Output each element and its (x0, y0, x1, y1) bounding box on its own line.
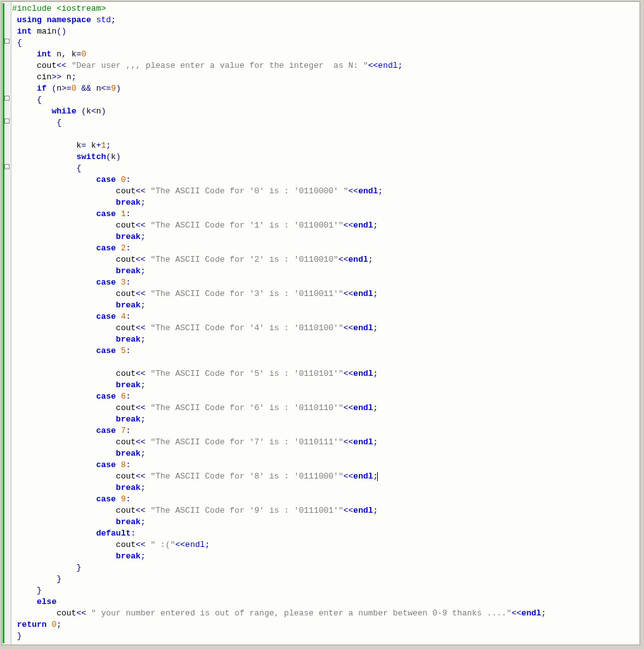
code-line: break; (12, 198, 146, 207)
code-line: int n, k=0 (12, 49, 86, 59)
code-line: } (12, 586, 42, 595)
code-line: break; (12, 380, 146, 390)
code-line: case 8: (12, 460, 131, 470)
code-line: cout<< "The ASCII Code for '5' is : '011… (12, 369, 378, 378)
code-line: case 3: (12, 278, 131, 287)
code-line: break; (12, 483, 146, 492)
code-line: case 1: (12, 209, 131, 219)
code-line: cout<< "The ASCII Code for '6' is : '011… (12, 403, 378, 413)
code-area[interactable]: #include <iostream> using namespace std;… (11, 3, 640, 642)
code-line: else (12, 597, 56, 607)
fold-icon[interactable] (4, 164, 10, 169)
code-line: break; (12, 414, 146, 424)
code-line: k= k+1; (12, 141, 111, 150)
code-line: cout<< " :("<<endl; (12, 540, 210, 549)
code-line: { (12, 118, 61, 127)
text-cursor (377, 472, 378, 481)
code-line: case 9: (12, 494, 131, 504)
code-line: case 5: (12, 346, 131, 356)
code-line: default: (12, 529, 136, 538)
code-line: case 0: (12, 175, 131, 184)
fold-icon[interactable] (4, 39, 10, 44)
code-line: cout<< "The ASCII Code for '3' is : '011… (12, 289, 378, 299)
code-line: cout<< " your number entered is out of r… (12, 608, 546, 618)
code-line: switch(k) (12, 152, 121, 162)
fold-gutter (2, 2, 11, 645)
code-line: break; (12, 232, 146, 241)
code-line: case 7: (12, 426, 131, 435)
code-line: cin>> n; (12, 72, 76, 82)
code-line: cout<< "The ASCII Code for '4' is : '011… (12, 323, 378, 333)
code-line: { (12, 38, 22, 48)
code-line: #include <iostream> (12, 4, 106, 13)
code-line: using namespace std; (12, 15, 116, 25)
code-line: cout<< "Dear user ,,, please enter a val… (12, 61, 402, 70)
code-line (12, 129, 17, 139)
fold-icon[interactable] (4, 96, 10, 101)
code-line: while (k<n) (12, 106, 106, 116)
code-line: cout<< "The ASCII Code for '8' is : '011… (12, 472, 378, 481)
code-line: } (12, 563, 81, 572)
code-line: cout<< "The ASCII Code for '1' is : '011… (12, 221, 378, 230)
code-line: cout<< "The ASCII Code for '9' is : '011… (12, 506, 378, 515)
code-line: break; (12, 551, 146, 561)
code-line: break; (12, 335, 146, 344)
code-line: cout<< "The ASCII Code for '0' is : '011… (12, 186, 383, 196)
code-line: if (n>=0 && n<=9) (12, 84, 121, 93)
code-line: break; (12, 449, 146, 458)
code-line: } (12, 574, 61, 584)
code-line: case 6: (12, 392, 131, 401)
code-line: break; (12, 266, 146, 276)
code-editor[interactable]: #include <iostream> using namespace std;… (1, 1, 640, 645)
code-line: cout<< "The ASCII Code for '2' is : '011… (12, 255, 373, 264)
code-line: break; (12, 517, 146, 527)
fold-icon[interactable] (4, 119, 10, 124)
code-line: case 2: (12, 243, 131, 253)
code-line: case 4: (12, 312, 131, 321)
code-line: return 0; (12, 620, 61, 629)
code-line: int main() (12, 27, 67, 36)
code-line: break; (12, 300, 146, 310)
code-line (12, 357, 17, 367)
code-line: { (12, 95, 42, 105)
code-line: cout<< "The ASCII Code for '7' is : '011… (12, 437, 378, 447)
code-line: } (12, 631, 22, 641)
code-line: { (12, 164, 81, 173)
